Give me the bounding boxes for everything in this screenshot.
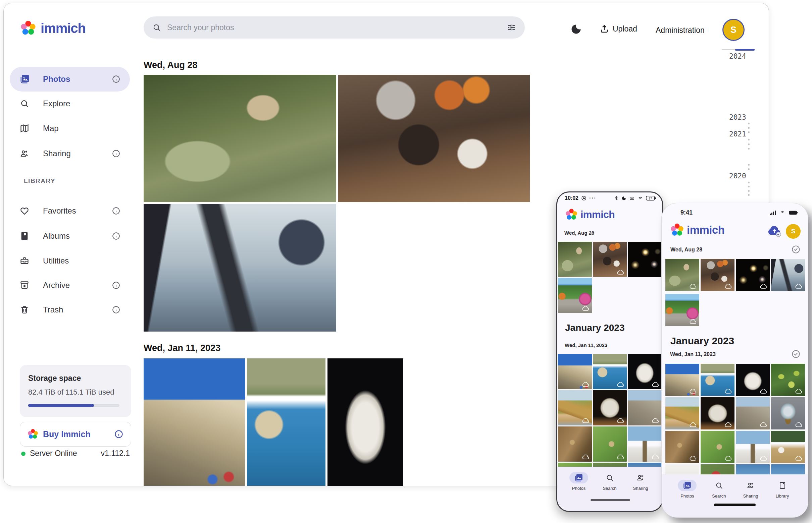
phone2-avatar[interactable]: S	[786, 224, 800, 239]
photo-lizard2[interactable]	[701, 431, 735, 463]
info-icon[interactable]	[112, 206, 120, 215]
scrubber-dot	[748, 127, 749, 129]
phone2-aug-grid-2	[666, 294, 806, 326]
nav-search[interactable]: Search	[600, 472, 619, 491]
photo-rock[interactable]	[701, 397, 735, 430]
dark-mode-toggle[interactable]	[570, 23, 582, 35]
info-icon[interactable]	[112, 281, 120, 290]
sidebar-item-map[interactable]: Map	[10, 116, 130, 141]
photo-cliff[interactable]	[666, 397, 699, 430]
scrubber-dot	[748, 186, 749, 187]
photo-castle[interactable]	[558, 354, 592, 389]
sidebar-item-utilities[interactable]: Utilities	[10, 249, 130, 273]
photo-castle[interactable]	[666, 364, 699, 396]
nav-library[interactable]: Library	[773, 480, 792, 499]
photo-farm[interactable]	[771, 431, 805, 463]
photo-hands[interactable]	[144, 204, 336, 331]
photo-bust[interactable]	[736, 364, 770, 396]
photo-ruins[interactable]	[736, 397, 770, 430]
photo-fireworks[interactable]	[736, 259, 770, 291]
photo-coast[interactable]	[701, 364, 735, 396]
phone2-clock: 9:41	[680, 209, 693, 216]
dnd-moon-icon	[621, 196, 626, 201]
explore-search-icon	[20, 99, 29, 108]
photo-coast[interactable]	[247, 358, 326, 486]
photo-lizard2[interactable]	[593, 427, 627, 462]
app-logo[interactable]: immich	[20, 20, 86, 36]
scrubber-dot	[748, 139, 749, 141]
scrubber-year-2021[interactable]: 2021	[729, 130, 746, 138]
photos-icon	[678, 480, 696, 491]
nav-sharing[interactable]: Sharing	[741, 480, 760, 499]
photo-rock[interactable]	[593, 390, 627, 426]
photo-bust[interactable]	[628, 354, 662, 389]
info-icon[interactable]	[112, 232, 120, 240]
server-version: v1.112.1	[94, 449, 130, 458]
photo-path[interactable]	[666, 294, 699, 326]
photo-fireworks[interactable]	[628, 242, 662, 277]
upload-button[interactable]: Upload	[599, 24, 637, 34]
info-icon[interactable]	[112, 305, 120, 314]
photo-monkeys[interactable]	[558, 242, 592, 277]
nav-sharing[interactable]: Sharing	[631, 472, 650, 491]
photo-church[interactable]	[628, 427, 662, 462]
sidebar-item-photos[interactable]: Photos	[10, 67, 130, 92]
sidebar-item-albums[interactable]: Albums	[10, 223, 130, 249]
wifi-icon	[638, 196, 643, 201]
nav-photos[interactable]: Photos	[678, 480, 696, 499]
trash-icon	[20, 305, 29, 314]
photo-coast[interactable]	[593, 354, 627, 389]
sidebar-item-favorites[interactable]: Favorites	[10, 198, 130, 223]
sidebar-item-archive[interactable]: Archive	[10, 273, 130, 298]
scrubber-year-2020[interactable]: 2020	[729, 172, 746, 180]
select-all-check-icon[interactable]	[791, 245, 800, 254]
photo-monkeys[interactable]	[144, 75, 336, 202]
filter-sliders-icon[interactable]	[507, 23, 516, 32]
immich-flower-icon	[28, 429, 38, 439]
phone2-status-bar: 9:41	[680, 209, 799, 216]
photo-cliff[interactable]	[558, 390, 592, 426]
info-icon[interactable]	[112, 149, 120, 158]
photo-bust[interactable]	[327, 358, 403, 486]
photo-hands[interactable]	[771, 259, 805, 291]
phone2-date-header: Wed, Aug 28	[670, 247, 702, 253]
info-icon[interactable]	[112, 75, 120, 84]
scrubber-dot	[748, 148, 749, 149]
photo-dinner[interactable]	[701, 259, 735, 291]
photo-monkeys[interactable]	[666, 259, 699, 291]
phone1-aug-grid	[558, 242, 663, 277]
sidebar-item-trash[interactable]: Trash	[10, 297, 130, 322]
photo-dinner[interactable]	[338, 75, 530, 202]
scrubber-dot	[748, 164, 749, 166]
buy-immich-button[interactable]: Buy Immich	[20, 422, 131, 447]
photo-dinner[interactable]	[593, 242, 627, 277]
photo-row	[144, 204, 338, 331]
phone2-aug-grid	[666, 259, 806, 291]
photo-lizard1[interactable]	[666, 431, 699, 463]
photo-berries[interactable]	[771, 364, 805, 396]
map-icon	[20, 124, 29, 133]
photo-lizard1[interactable]	[558, 427, 592, 462]
select-all-check-icon[interactable]	[791, 349, 800, 359]
photo-castle[interactable]	[144, 358, 245, 486]
user-avatar[interactable]: S	[722, 19, 745, 41]
administration-link[interactable]: Administration	[656, 26, 705, 35]
battery-icon: 97	[646, 196, 656, 201]
backup-cloud-icon[interactable]	[767, 225, 782, 237]
info-icon[interactable]	[114, 430, 123, 439]
sidebar-item-sharing[interactable]: Sharing	[10, 141, 130, 166]
nav-photos[interactable]: Photos	[569, 472, 588, 491]
photo-church[interactable]	[736, 431, 770, 463]
sidebar-item-explore[interactable]: Explore	[10, 91, 130, 116]
photo-ruins[interactable]	[628, 390, 662, 426]
nav-search[interactable]: Search	[710, 480, 728, 499]
scrubber-year-2023[interactable]: 2023	[729, 113, 746, 121]
scrubber-year-2024[interactable]: 2024	[729, 52, 746, 60]
phone1-logo: immich	[565, 209, 615, 221]
screenshot-stage: immich Search your photos Upload Admin	[0, 0, 812, 523]
photo-path[interactable]	[558, 278, 592, 313]
search-bar[interactable]: Search your photos	[144, 16, 525, 39]
scrubber-dot	[748, 190, 749, 192]
photo-silver[interactable]	[771, 397, 805, 430]
photo-row	[144, 358, 405, 486]
